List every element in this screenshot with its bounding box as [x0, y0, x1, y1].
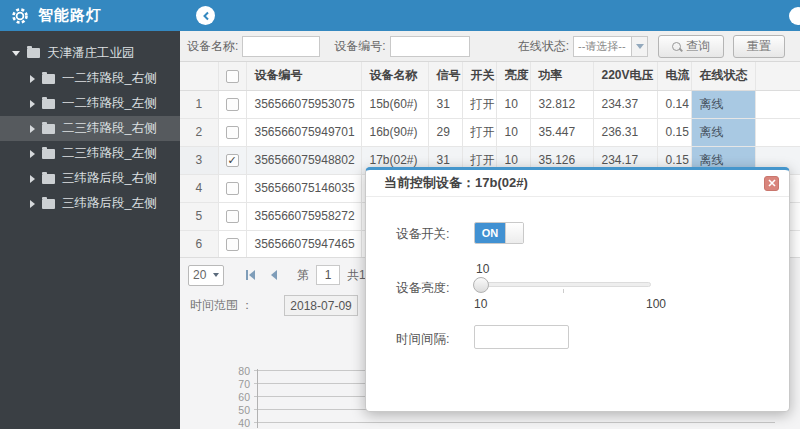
- caret-right-icon[interactable]: [30, 75, 35, 83]
- dialog-title: 当前控制设备：17b(02#): [384, 174, 528, 192]
- dialog-body: 设备开关: ON 设备亮度: 10 10 100: [366, 197, 789, 349]
- tree-item-label: 二三纬路段_右侧: [62, 120, 156, 137]
- online-status-label: 在线状态:: [518, 38, 569, 55]
- sidebar: 智能路灯 天津潘庄工业园 一二纬路段_右侧 一二纬路段_左侧 二三纬路段_: [0, 0, 180, 429]
- device-tree: 天津潘庄工业园 一二纬路段_右侧 一二纬路段_左侧 二三纬路段_右侧 二三纬路段: [0, 31, 180, 216]
- caret-right-icon[interactable]: [30, 100, 35, 108]
- brightness-min-label: 10: [474, 297, 487, 311]
- topbar-right-icon[interactable]: [789, 7, 800, 25]
- device-switch-toggle[interactable]: ON: [474, 222, 524, 244]
- col-status: 在线状态: [691, 62, 755, 90]
- slider-mid-tick: [563, 289, 564, 293]
- table-row[interactable]: 2 356566075949701 16b(90#) 29 打开 10 35.4…: [180, 118, 800, 146]
- page-number-input[interactable]: [316, 265, 340, 285]
- device-control-dialog: 当前控制设备：17b(02#) 设备开关: ON 设备亮度: 10: [365, 167, 790, 412]
- tree-item-3-selected[interactable]: 二三纬路段_右侧: [0, 116, 180, 141]
- tree-item-6[interactable]: 三纬路后段_左侧: [0, 191, 180, 216]
- table-header-row: 设备编号 设备名称 信号 开关 亮度 功率 220V电压 电流 在线状态: [180, 62, 800, 90]
- table-row[interactable]: 1 356566075953075 15b(60#) 31 打开 10 32.8…: [180, 90, 800, 118]
- folder-icon: [42, 74, 55, 84]
- caret-right-icon[interactable]: [30, 175, 35, 183]
- time-interval-input[interactable]: [474, 325, 569, 349]
- col-brightness: 亮度: [496, 62, 530, 90]
- row-checkbox[interactable]: [226, 126, 239, 139]
- tree-item-label: 一二纬路段_左侧: [62, 95, 156, 112]
- folder-icon: [42, 124, 55, 134]
- chevron-down-icon: [213, 273, 219, 277]
- tree-item-label: 二三纬路段_左侧: [62, 145, 156, 162]
- col-switch: 开关: [462, 62, 496, 90]
- tree-item-label: 一二纬路段_右侧: [62, 70, 156, 87]
- brightness-max-label: 100: [646, 297, 666, 311]
- time-range-label: 时间范围 ：: [190, 297, 253, 314]
- collapse-sidebar-button[interactable]: [196, 6, 215, 25]
- tree-item-4[interactable]: 二三纬路段_左侧: [0, 141, 180, 166]
- time-range-row: 时间范围 ：: [190, 295, 358, 316]
- reset-button[interactable]: 重置: [733, 35, 785, 58]
- select-chevron-box[interactable]: [631, 37, 647, 56]
- page-prefix-label: 第: [297, 267, 309, 284]
- row-checkbox-checked[interactable]: [226, 154, 239, 167]
- status-badge: 离线: [692, 119, 755, 146]
- toggle-knob[interactable]: [505, 223, 523, 243]
- toggle-on-label: ON: [475, 223, 505, 243]
- col-power: 功率: [530, 62, 593, 90]
- row-checkbox[interactable]: [226, 238, 239, 251]
- logo-bar: 智能路灯: [0, 0, 180, 31]
- tree-item-label: 三纬路后段_左侧: [62, 195, 156, 212]
- device-switch-row: 设备开关: ON: [396, 222, 789, 244]
- folder-icon: [42, 99, 55, 109]
- search-toolbar: 设备名称: 设备编号: 在线状态: --请选择-- 查询 重置: [180, 31, 800, 62]
- row-checkbox[interactable]: [226, 210, 239, 223]
- status-badge: 离线: [692, 91, 755, 118]
- chevron-left-icon: [202, 11, 210, 21]
- brightness-current-value: 10: [476, 262, 666, 276]
- folder-icon: [42, 149, 55, 159]
- slider-track[interactable]: [474, 282, 651, 287]
- select-all-checkbox[interactable]: [226, 70, 239, 83]
- row-checkbox[interactable]: [226, 182, 239, 195]
- time-interval-row: 时间间隔:: [396, 325, 789, 349]
- dialog-header: 当前控制设备：17b(02#): [366, 170, 789, 197]
- device-id-label: 设备编号:: [334, 38, 385, 55]
- page-size-select[interactable]: 20: [188, 265, 224, 286]
- slider-handle[interactable]: [473, 277, 489, 293]
- close-button[interactable]: [764, 176, 779, 191]
- tree-root-label: 天津潘庄工业园: [47, 45, 135, 62]
- gear-icon: [10, 6, 30, 26]
- folder-icon: [42, 199, 55, 209]
- device-brightness-label: 设备亮度:: [396, 262, 474, 311]
- prev-page-button[interactable]: [271, 270, 277, 280]
- caret-right-icon[interactable]: [30, 150, 35, 158]
- first-page-button[interactable]: [246, 270, 255, 280]
- app-window: 智能路灯 天津潘庄工业园 一二纬路段_右侧 一二纬路段_左侧 二三纬路段_: [0, 0, 800, 429]
- folder-icon: [42, 174, 55, 184]
- chart-axis-line: [257, 369, 258, 428]
- tree-item-label: 三纬路后段_右侧: [62, 170, 156, 187]
- row-checkbox[interactable]: [226, 98, 239, 111]
- close-icon: [768, 179, 776, 187]
- query-button[interactable]: 查询: [658, 35, 724, 58]
- chevron-down-icon: [636, 44, 644, 49]
- device-switch-label: 设备开关:: [396, 222, 474, 244]
- time-interval-label: 时间间隔:: [396, 325, 474, 349]
- col-signal: 信号: [428, 62, 462, 90]
- device-id-input[interactable]: [390, 36, 470, 57]
- col-current: 电流: [657, 62, 691, 90]
- time-range-input[interactable]: [284, 295, 358, 316]
- tree-item-1[interactable]: 一二纬路段_右侧: [0, 66, 180, 91]
- device-name-input[interactable]: [242, 36, 320, 57]
- topbar: [180, 0, 800, 31]
- caret-right-icon[interactable]: [30, 125, 35, 133]
- online-status-selected-value: --请选择--: [578, 39, 626, 54]
- online-status-select[interactable]: --请选择--: [573, 36, 648, 57]
- caret-right-icon[interactable]: [30, 200, 35, 208]
- tree-item-5[interactable]: 三纬路后段_右侧: [0, 166, 180, 191]
- col-voltage: 220V电压: [593, 62, 657, 90]
- col-device-name: 设备名称: [361, 62, 428, 90]
- tree-root-node[interactable]: 天津潘庄工业园: [0, 40, 180, 66]
- tree-item-2[interactable]: 一二纬路段_左侧: [0, 91, 180, 116]
- brightness-slider: 10 10 100: [474, 262, 666, 311]
- search-icon: [672, 42, 681, 51]
- caret-down-icon[interactable]: [12, 51, 20, 56]
